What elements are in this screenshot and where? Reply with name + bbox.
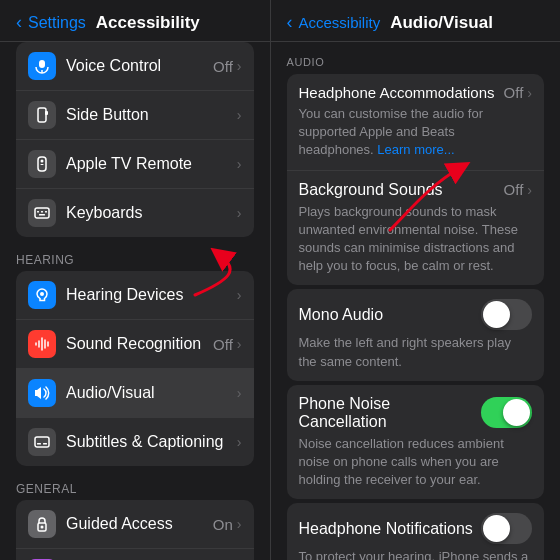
phone-noise-cancellation-label: Phone Noise Cancellation [299,395,481,431]
headphone-notifications-label: Headphone Notifications [299,520,481,538]
top-list-group: Voice Control Off › Side Button › Apple … [0,42,270,237]
svg-rect-2 [38,108,46,122]
svg-rect-14 [37,443,41,445]
svg-rect-15 [43,443,47,445]
apple-tv-remote-icon [28,150,56,178]
left-header: ‹ Settings Accessibility [0,0,270,42]
svg-point-17 [41,526,44,529]
background-sounds-value: Off [504,181,524,198]
audio-visual-chevron: › [237,385,242,401]
right-header: ‹ Accessibility Audio/Visual [271,0,560,42]
hearing-devices-icon [28,281,56,309]
svg-rect-6 [41,164,44,165]
headphone-accommodations-chevron: › [527,85,532,101]
guided-access-chevron: › [237,516,242,532]
mono-audio-toggle-knob [483,301,510,328]
hearing-devices-chevron: › [237,287,242,303]
headphone-notifications-desc: To protect your hearing, iPhone sends a … [299,548,532,560]
sound-recognition-value: Off [213,336,233,353]
guided-access-icon [28,510,56,538]
subtitles-icon [28,428,56,456]
background-sounds-chevron: › [527,182,532,198]
subtitles-chevron: › [237,434,242,450]
background-sounds-label: Background Sounds [299,181,504,199]
sidebar-item-subtitles[interactable]: Subtitles & Captioning › [16,418,254,466]
sidebar-item-voice-control[interactable]: Voice Control Off › [16,42,254,91]
svg-rect-7 [35,208,49,218]
mono-audio-group: Mono Audio Make the left and right speak… [271,289,560,380]
svg-rect-9 [41,211,43,213]
svg-rect-11 [39,214,45,216]
general-section-label: GENERAL [0,468,270,500]
mono-audio-toggle[interactable] [481,299,532,330]
right-title: Audio/Visual [390,13,493,33]
right-back-button[interactable]: Accessibility [299,14,381,31]
svg-rect-3 [45,111,48,115]
sound-recognition-icon [28,330,56,358]
subtitles-label: Subtitles & Captioning [66,433,237,451]
audio-section-label: AUDIO [271,42,560,74]
general-list-group: Guided Access On › Siri › Acces [0,500,270,560]
sidebar-item-audio-visual[interactable]: Audio/Visual › [16,369,254,418]
phone-noise-cancellation-toggle-knob [503,399,530,426]
keyboards-label: Keyboards [66,204,237,222]
headphone-notifications-group: Headphone Notifications To protect your … [271,503,560,560]
background-sounds-desc: Plays background sounds to mask unwanted… [299,203,532,276]
svg-point-5 [41,160,44,163]
guided-access-label: Guided Access [66,515,213,533]
svg-rect-0 [39,60,45,68]
left-panel: ‹ Settings Accessibility Voice Control O… [0,0,270,560]
sidebar-item-apple-tv-remote[interactable]: Apple TV Remote › [16,140,254,189]
svg-rect-8 [37,211,39,213]
keyboards-icon [28,199,56,227]
voice-control-icon [28,52,56,80]
mono-audio-desc: Make the left and right speakers play th… [299,334,532,370]
phone-noise-cancellation-desc: Noise cancellation reduces ambient noise… [299,435,532,490]
sidebar-item-keyboards[interactable]: Keyboards › [16,189,254,237]
keyboards-chevron: › [237,205,242,221]
side-button-label: Side Button [66,106,237,124]
headphone-notifications-toggle[interactable] [481,513,532,544]
left-title: Accessibility [96,13,200,33]
background-sounds-item[interactable]: Background Sounds Off › Plays background… [287,171,544,286]
headphone-notifications-item: Headphone Notifications To protect your … [287,503,544,560]
apple-tv-remote-chevron: › [237,156,242,172]
voice-control-label: Voice Control [66,57,213,75]
svg-point-12 [40,292,44,296]
apple-tv-remote-label: Apple TV Remote [66,155,237,173]
voice-control-chevron: › [237,58,242,74]
headphone-accommodations-item[interactable]: Headphone Accommodations Off › You can c… [287,74,544,171]
audio-visual-label: Audio/Visual [66,384,237,402]
audio-visual-icon [28,379,56,407]
sidebar-item-sound-recognition[interactable]: Sound Recognition Off › [16,320,254,369]
sidebar-item-guided-access[interactable]: Guided Access On › [16,500,254,549]
app-container: ‹ Settings Accessibility Voice Control O… [0,0,560,560]
mono-audio-label: Mono Audio [299,306,384,324]
phone-noise-cancellation-item: Phone Noise Cancellation Noise cancellat… [287,385,544,500]
sound-recognition-chevron: › [237,336,242,352]
sidebar-item-siri[interactable]: Siri › [16,549,254,560]
headphone-accommodations-label: Headphone Accommodations [299,84,504,101]
audio-list-group: Headphone Accommodations Off › You can c… [271,74,560,285]
mono-audio-item: Mono Audio Make the left and right speak… [287,289,544,380]
headphone-accommodations-value: Off [504,84,524,101]
side-button-chevron: › [237,107,242,123]
hearing-devices-label: Hearing Devices [66,286,237,304]
right-panel: ‹ Accessibility Audio/Visual AUDIO Headp… [271,0,560,560]
sidebar-item-side-button[interactable]: Side Button › [16,91,254,140]
back-button[interactable]: Settings [28,14,86,32]
svg-rect-10 [45,211,47,213]
right-back-chevron-icon[interactable]: ‹ [287,12,293,33]
hearing-list-group: Hearing Devices › Sound Recognition Off … [0,271,270,466]
hearing-section-label: HEARING [0,239,270,271]
learn-more-link[interactable]: Learn more... [377,142,454,157]
guided-access-value: On [213,516,233,533]
headphone-accommodations-desc: You can customise the audio for supporte… [299,105,532,160]
phone-noise-group: Phone Noise Cancellation Noise cancellat… [271,385,560,500]
sound-recognition-label: Sound Recognition [66,335,213,353]
side-button-icon [28,101,56,129]
svg-rect-13 [35,437,49,447]
sidebar-item-hearing-devices[interactable]: Hearing Devices › [16,271,254,320]
phone-noise-cancellation-toggle[interactable] [481,397,532,428]
back-chevron-icon[interactable]: ‹ [16,12,22,33]
